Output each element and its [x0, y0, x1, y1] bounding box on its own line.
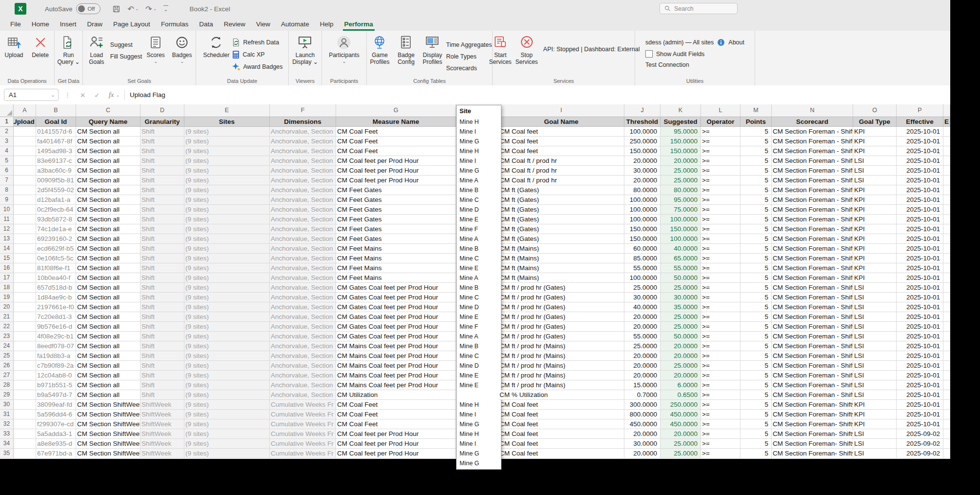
cell-K11[interactable]: 100.0000 — [660, 215, 701, 224]
cell-N10[interactable]: CM Section Foreman - Shift — [772, 205, 853, 215]
cell-L10[interactable]: >= — [701, 205, 740, 215]
cell-O26[interactable]: LSI — [853, 361, 897, 371]
cell-J21[interactable]: 20.0000 — [624, 312, 660, 322]
cell-D19[interactable]: Shift — [140, 293, 184, 302]
undo-button[interactable]: ↶⌄ — [127, 4, 139, 14]
cell-C6[interactable]: CM Section all — [76, 166, 140, 176]
cell-O19[interactable]: LSI — [853, 293, 897, 302]
cell-F29[interactable]: Anchorvalue, Section — [270, 390, 336, 400]
row-header-22[interactable]: 22 — [0, 322, 14, 332]
cell-D10[interactable]: Shift — [140, 205, 184, 215]
cell-L3[interactable]: >= — [701, 137, 740, 146]
cell-P12[interactable]: 2025-10-01 — [897, 224, 943, 234]
fill-suggest-button[interactable]: Fill Suggest — [110, 53, 142, 60]
cell-E12[interactable]: (9 sites) — [184, 224, 270, 234]
cell-E23[interactable]: (9 sites) — [184, 332, 270, 341]
cell-D21[interactable]: Shift — [140, 312, 184, 322]
row-header-4[interactable]: 4 — [0, 146, 14, 156]
cell-M26[interactable]: 5 — [740, 361, 772, 371]
cell-E19[interactable]: (9 sites) — [184, 293, 270, 302]
cell-I26[interactable]: CM ft / prod hr (Mains) — [499, 361, 624, 371]
cell-G8[interactable]: CM Feet Gates — [336, 185, 456, 195]
cell-L22[interactable]: >= — [701, 322, 740, 332]
cell-F2[interactable]: Anchorvalue, Section — [270, 127, 336, 137]
cell-K30[interactable]: 250.0000 — [660, 400, 701, 410]
cell-P7[interactable]: 2025-10-01 — [897, 176, 943, 185]
cell-N35[interactable]: CM Section Foreman- Shiftwe — [772, 449, 853, 458]
cell-J26[interactable]: 20.0000 — [624, 361, 660, 371]
cell-G7[interactable]: CM Coal feet per Prod Hour — [336, 176, 456, 185]
cell-J7[interactable]: 20.0000 — [624, 176, 660, 185]
time-aggregates-button[interactable]: Time Aggregates — [446, 41, 492, 48]
cell-C3[interactable]: CM Section all — [76, 137, 140, 146]
row-header-26[interactable]: 26 — [0, 361, 14, 371]
cell-G14[interactable]: CM Feet Mains — [336, 244, 456, 254]
cell-J31[interactable]: 800.0000 — [624, 410, 660, 419]
cell-E5[interactable]: (9 sites) — [184, 156, 270, 166]
column-header-D[interactable]: D — [140, 104, 184, 117]
cell-C7[interactable]: CM Section all — [76, 176, 140, 185]
cell-F17[interactable]: Anchorvalue, Section — [270, 273, 336, 283]
cell-Q26[interactable] — [943, 361, 950, 371]
cell-O20[interactable]: LSI — [853, 302, 897, 312]
cell-K33[interactable]: 20.0000 — [660, 429, 701, 439]
cell-N29[interactable]: CM Section Foreman - Shift — [772, 390, 853, 400]
tab-file[interactable]: File — [5, 19, 26, 31]
cell-A7[interactable] — [14, 176, 36, 185]
cell-J33[interactable]: 20.0000 — [624, 429, 660, 439]
cell-G27[interactable]: CM Mains Coal feet per Prod Hour — [336, 371, 456, 380]
cell-J5[interactable]: 20.0000 — [624, 156, 660, 166]
refresh-data-button[interactable]: Refresh Data — [232, 38, 279, 47]
cell-C2[interactable]: CM Section all — [76, 127, 140, 137]
autosave-toggle[interactable]: Off — [76, 3, 100, 14]
cell-N3[interactable]: CM Section Foreman - Shift — [772, 137, 853, 146]
cell-G12[interactable]: CM Feet Gates — [336, 224, 456, 234]
cell-N30[interactable]: CM Section Foreman- Shiftwe — [772, 400, 853, 410]
cell-I21[interactable]: CM ft / prod hr (Gates) — [499, 312, 624, 322]
cell-L12[interactable]: >= — [701, 224, 740, 234]
checkbox-icon[interactable] — [645, 50, 653, 58]
cell-P27[interactable]: 2025-10-01 — [897, 371, 943, 380]
cell-I33[interactable]: CM Coal feet — [499, 429, 624, 439]
cell-Q13[interactable] — [943, 234, 950, 244]
cell-I9[interactable]: CM ft (Gates) — [499, 195, 624, 205]
cell-J20[interactable]: 40.0000 — [624, 302, 660, 312]
cell-B23[interactable]: 4f08e29c-b1 — [36, 332, 76, 341]
cell-A27[interactable] — [14, 371, 36, 380]
cell-P13[interactable]: 2025-10-01 — [897, 234, 943, 244]
row-header-5[interactable]: 5 — [0, 156, 14, 166]
header-cell-F1[interactable]: Dimensions — [270, 117, 336, 127]
cell-I4[interactable]: CM Coal feet — [499, 146, 624, 156]
cell-C14[interactable]: CM Section all — [76, 244, 140, 254]
row-header-1[interactable]: 1 — [0, 117, 14, 127]
row-header-2[interactable]: 2 — [0, 127, 14, 137]
column-header-E[interactable]: E — [184, 104, 270, 117]
cell-J9[interactable]: 100.0000 — [624, 195, 660, 205]
cell-I7[interactable]: CM Coal ft / prod hr — [499, 176, 624, 185]
cell-L23[interactable]: >= — [701, 332, 740, 341]
cell-E16[interactable]: (9 sites) — [184, 263, 270, 273]
cell-P29[interactable]: 2025-10-01 — [897, 390, 943, 400]
cell-L6[interactable]: >= — [701, 166, 740, 176]
cell-D27[interactable]: Shift — [140, 371, 184, 380]
row-header-10[interactable]: 10 — [0, 205, 14, 215]
cell-C5[interactable]: CM Section all — [76, 156, 140, 166]
tab-automate[interactable]: Automate — [276, 19, 315, 31]
cell-K28[interactable]: 6.0000 — [660, 380, 701, 390]
cell-N2[interactable]: CM Section Foreman - Shift — [772, 127, 853, 137]
cell-A12[interactable] — [14, 224, 36, 234]
cell-I2[interactable]: CM Coal feet — [499, 127, 624, 137]
cell-A23[interactable] — [14, 332, 36, 341]
cell-Q30[interactable] — [943, 400, 950, 410]
cell-G28[interactable]: CM Mains Coal feet per Prod Hour — [336, 380, 456, 390]
column-header-B[interactable]: B — [36, 104, 76, 117]
header-cell-C1[interactable]: Query Name — [76, 117, 140, 127]
cell-A28[interactable] — [14, 380, 36, 390]
cell-E35[interactable]: (9 sites) — [184, 449, 270, 458]
cell-L11[interactable]: >= — [701, 215, 740, 224]
cell-G4[interactable]: CM Coal Feet — [336, 146, 456, 156]
cell-I15[interactable]: CM ft (Mains) — [499, 254, 624, 263]
cell-J22[interactable]: 20.0000 — [624, 322, 660, 332]
cell-E6[interactable]: (9 sites) — [184, 166, 270, 176]
cell-I8[interactable]: CM ft (Gates) — [499, 185, 624, 195]
